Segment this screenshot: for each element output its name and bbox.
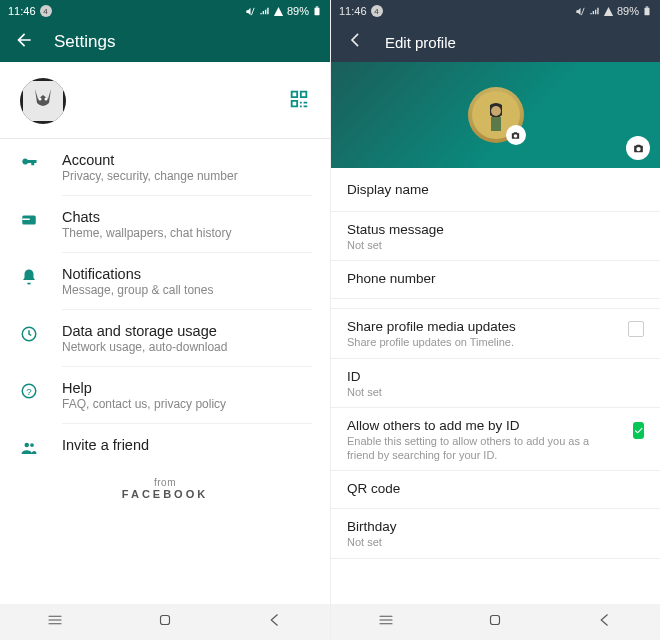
edit-profile-list: Display name Status message Not set Phon… bbox=[331, 168, 660, 604]
mute-icon bbox=[575, 6, 586, 17]
svg-text:?: ? bbox=[26, 386, 32, 397]
item-sub: Network usage, auto-download bbox=[62, 340, 312, 354]
home-button[interactable] bbox=[156, 611, 174, 633]
recents-button[interactable] bbox=[46, 611, 64, 633]
signal-icon bbox=[603, 6, 614, 17]
svg-rect-14 bbox=[646, 6, 649, 7]
network-icon bbox=[589, 6, 600, 17]
svg-rect-1 bbox=[316, 6, 319, 7]
field-label: Phone number bbox=[347, 271, 644, 286]
status-message-row[interactable]: Status message Not set bbox=[331, 212, 660, 261]
field-label: QR code bbox=[347, 481, 644, 496]
back-nav-button[interactable] bbox=[596, 611, 614, 633]
android-navbar bbox=[0, 604, 330, 640]
settings-account[interactable]: AccountPrivacy, security, change number bbox=[0, 139, 330, 196]
share-media-checkbox[interactable] bbox=[628, 321, 644, 337]
field-value: Not set bbox=[347, 535, 644, 549]
back-button[interactable] bbox=[14, 30, 34, 54]
profile-row[interactable] bbox=[0, 62, 330, 139]
camera-icon bbox=[632, 142, 645, 155]
avatar-image bbox=[23, 81, 63, 121]
back-nav-button[interactable] bbox=[266, 611, 284, 633]
svg-point-3 bbox=[39, 98, 42, 101]
field-label: Allow others to add me by ID bbox=[347, 418, 633, 433]
line-edit-profile-screen: 11:46 4 89% Edit profile bbox=[330, 0, 660, 640]
svg-rect-13 bbox=[645, 8, 650, 16]
avatar[interactable] bbox=[20, 78, 66, 124]
svg-rect-18 bbox=[491, 616, 500, 625]
help-icon: ? bbox=[18, 380, 40, 400]
key-icon bbox=[18, 152, 40, 172]
settings-help[interactable]: ? HelpFAQ, contact us, privacy policy bbox=[0, 367, 330, 424]
field-value: Not set bbox=[347, 238, 644, 252]
field-sub: Enable this setting to allow others to a… bbox=[347, 434, 633, 463]
item-sub: Message, group & call tones bbox=[62, 283, 312, 297]
android-navbar bbox=[331, 604, 660, 640]
settings-chats[interactable]: ChatsTheme, wallpapers, chat history bbox=[0, 196, 330, 253]
share-media-row[interactable]: Share profile media updates Share profil… bbox=[331, 309, 660, 358]
display-name-row[interactable]: Display name bbox=[331, 168, 660, 212]
qr-code-row[interactable]: QR code bbox=[331, 471, 660, 509]
item-title: Notifications bbox=[62, 266, 312, 282]
section-divider bbox=[331, 299, 660, 309]
field-value: Not set bbox=[347, 385, 644, 399]
status-bar: 11:46 4 89% bbox=[0, 0, 330, 22]
signal-icon bbox=[273, 6, 284, 17]
recents-button[interactable] bbox=[377, 611, 395, 633]
birthday-row[interactable]: Birthday Not set bbox=[331, 509, 660, 558]
field-label: Share profile media updates bbox=[347, 319, 554, 334]
svg-point-4 bbox=[45, 98, 48, 101]
field-label: ID bbox=[347, 369, 644, 384]
battery-text: 89% bbox=[287, 5, 309, 17]
phone-number-row[interactable]: Phone number bbox=[331, 261, 660, 299]
profile-cover bbox=[331, 62, 660, 168]
qr-code-icon[interactable] bbox=[288, 88, 310, 114]
from-label: from bbox=[0, 477, 330, 488]
camera-icon bbox=[510, 130, 521, 141]
change-cover-button[interactable] bbox=[626, 136, 650, 160]
settings-data[interactable]: Data and storage usageNetwork usage, aut… bbox=[0, 310, 330, 367]
check-icon bbox=[633, 425, 644, 436]
svg-rect-12 bbox=[161, 616, 170, 625]
field-label: Display name bbox=[347, 182, 644, 197]
mute-icon bbox=[245, 6, 256, 17]
item-title: Data and storage usage bbox=[62, 323, 312, 339]
field-label: Birthday bbox=[347, 519, 644, 534]
field-sub: Share profile updates on Timeline. bbox=[347, 335, 554, 349]
home-button[interactable] bbox=[486, 611, 504, 633]
edit-profile-header: Edit profile bbox=[331, 22, 660, 62]
svg-point-11 bbox=[30, 443, 34, 447]
whatsapp-settings-screen: 11:46 4 89% Settings bbox=[0, 0, 330, 640]
item-sub: Privacy, security, change number bbox=[62, 169, 312, 183]
back-button[interactable] bbox=[345, 30, 365, 54]
network-icon bbox=[259, 6, 270, 17]
battery-icon bbox=[642, 5, 652, 17]
id-row[interactable]: ID Not set bbox=[331, 359, 660, 408]
svg-rect-0 bbox=[315, 8, 320, 16]
bell-icon bbox=[18, 266, 40, 286]
notification-badge-icon: 4 bbox=[371, 5, 383, 17]
settings-list: AccountPrivacy, security, change number … bbox=[0, 139, 330, 604]
settings-notifications[interactable]: NotificationsMessage, group & call tones bbox=[0, 253, 330, 310]
item-title: Help bbox=[62, 380, 312, 396]
item-sub: Theme, wallpapers, chat history bbox=[62, 226, 312, 240]
settings-header: Settings bbox=[0, 22, 330, 62]
svg-point-10 bbox=[25, 443, 30, 448]
status-time: 11:46 bbox=[339, 5, 367, 17]
battery-text: 89% bbox=[617, 5, 639, 17]
item-title: Invite a friend bbox=[62, 437, 312, 453]
allow-add-by-id-row[interactable]: Allow others to add me by ID Enable this… bbox=[331, 408, 660, 472]
settings-invite[interactable]: Invite a friend bbox=[0, 424, 330, 465]
allow-by-id-checkbox[interactable] bbox=[633, 422, 644, 439]
chat-icon bbox=[18, 209, 40, 229]
change-avatar-button[interactable] bbox=[506, 125, 526, 145]
status-icons: 89% bbox=[575, 5, 652, 17]
avatar[interactable] bbox=[468, 87, 524, 143]
svg-rect-6 bbox=[22, 219, 30, 221]
notification-badge-icon: 4 bbox=[40, 5, 52, 17]
status-time: 11:46 bbox=[8, 5, 36, 17]
item-sub: FAQ, contact us, privacy policy bbox=[62, 397, 312, 411]
page-title: Edit profile bbox=[385, 34, 456, 51]
status-icons: 89% bbox=[245, 5, 322, 17]
invite-icon bbox=[18, 437, 40, 457]
